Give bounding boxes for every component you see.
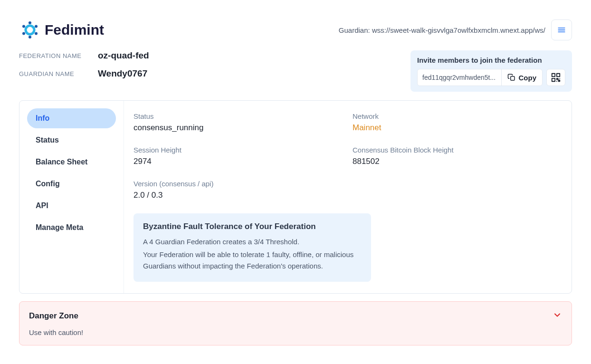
svg-rect-10 [510,77,514,80]
menu-button[interactable] [551,19,572,40]
svg-rect-12 [557,74,560,77]
session-height-label: Session Height [133,146,343,154]
version-label: Version (consensus / api) [133,180,343,188]
brand-name: Fedimint [45,22,104,38]
svg-rect-11 [552,74,555,77]
guardian-name-row: GUARDIAN NAME Wendy0767 [19,68,149,79]
sidebar-item-info[interactable]: Info [27,108,116,128]
federation-name-value: oz-quad-fed [98,50,149,61]
block-height-block: Consensus Bitcoin Block Height 881502 [353,146,562,166]
sidebar-item-status[interactable]: Status [27,130,116,150]
block-height-value: 881502 [353,157,562,166]
invite-title: Invite members to join the federation [417,56,565,64]
federation-name-label: FEDERATION NAME [19,52,86,59]
version-block: Version (consensus / api) 2.0 / 0.3 [133,180,343,200]
svg-point-5 [22,32,25,35]
brand-logo: Fedimint [19,19,104,41]
danger-zone-subtitle: Use with caution! [29,328,562,336]
bft-line-2: Your Federation will be able to tolerate… [143,249,362,271]
fedimint-logo-icon [19,19,41,41]
svg-point-0 [26,26,34,34]
sidebar-item-manage-meta[interactable]: Manage Meta [27,218,116,238]
svg-point-4 [29,36,31,38]
sidebar-item-config[interactable]: Config [27,174,116,194]
network-label: Network [353,112,562,120]
svg-point-3 [35,32,38,35]
danger-zone-title: Danger Zone [29,311,78,321]
guardian-name-label: GUARDIAN NAME [19,70,86,77]
session-height-block: Session Height 2974 [133,146,343,166]
session-height-value: 2974 [133,157,343,166]
svg-point-6 [22,25,25,28]
danger-zone-panel[interactable]: Danger Zone Use with caution! [19,301,572,345]
bft-line-1: A 4 Guardian Federation creates a 3/4 Th… [143,236,362,247]
content-area: Status consensus_running Network Mainnet… [124,101,572,293]
qr-icon [551,72,561,83]
bft-title: Byzantine Fault Tolerance of Your Federa… [143,222,362,231]
sidebar-item-balance-sheet[interactable]: Balance Sheet [27,152,116,172]
network-block: Network Mainnet [353,112,562,133]
copy-button[interactable]: Copy [501,69,543,86]
qr-button[interactable] [546,69,565,86]
block-height-label: Consensus Bitcoin Block Height [353,146,562,154]
svg-rect-14 [557,78,558,80]
invite-panel: Invite members to join the federation Co… [410,50,572,92]
main-panel: Info Status Balance Sheet Config API Man… [19,100,572,294]
version-value: 2.0 / 0.3 [133,191,343,200]
chevron-down-icon [553,310,562,322]
status-block: Status consensus_running [133,112,343,133]
copy-button-label: Copy [519,74,537,82]
federation-name-row: FEDERATION NAME oz-quad-fed [19,50,149,61]
svg-rect-13 [552,78,555,81]
bft-panel: Byzantine Fault Tolerance of Your Federa… [133,213,371,282]
status-value: consensus_running [133,123,343,133]
svg-point-1 [29,21,31,24]
sidebar-item-api[interactable]: API [27,196,116,216]
guardian-name-value: Wendy0767 [98,68,147,79]
svg-rect-15 [559,80,560,82]
invite-code-input[interactable] [418,69,501,86]
network-value: Mainnet [353,123,562,133]
hamburger-icon [557,25,566,35]
svg-point-2 [35,25,38,28]
guardian-url: Guardian: wss://sweet-walk-gisvvlga7owlf… [339,26,545,34]
sidebar: Info Status Balance Sheet Config API Man… [19,101,124,293]
status-label: Status [133,112,343,120]
copy-icon [507,73,516,82]
